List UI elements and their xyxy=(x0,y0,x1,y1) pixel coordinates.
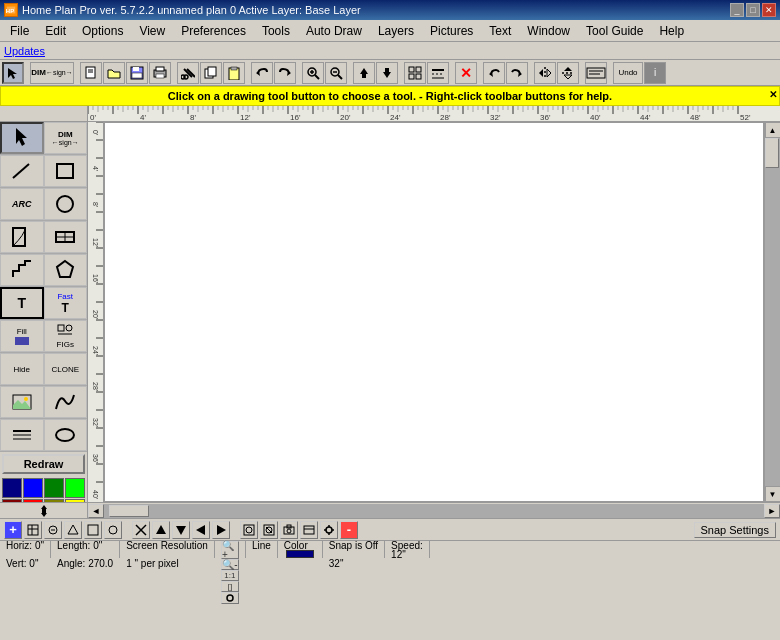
menu-help[interactable]: Help xyxy=(651,20,692,41)
line-pattern-tool[interactable] xyxy=(0,419,44,451)
nav-btn-6[interactable] xyxy=(132,521,150,539)
nav-btn-2[interactable] xyxy=(44,521,62,539)
undo-button[interactable] xyxy=(251,62,273,84)
zoom-normal-button[interactable]: 1:1 xyxy=(221,570,239,581)
move-up-button[interactable] xyxy=(353,62,375,84)
save-button[interactable] xyxy=(126,62,148,84)
close-button[interactable]: ✕ xyxy=(762,3,776,17)
scroll-down-button[interactable]: ▼ xyxy=(765,486,781,502)
menu-autodraw[interactable]: Auto Draw xyxy=(298,20,370,41)
clone-tool[interactable]: CLONE xyxy=(44,353,88,385)
scroll-left-button[interactable]: ◄ xyxy=(88,504,104,518)
polygon-tool[interactable] xyxy=(44,254,88,286)
color-cell[interactable] xyxy=(2,478,22,498)
spline-tool[interactable] xyxy=(44,386,88,418)
paste-button[interactable] xyxy=(223,62,245,84)
menu-text[interactable]: Text xyxy=(481,20,519,41)
scroll-right-button[interactable]: ► xyxy=(764,504,780,518)
remove-button[interactable]: - xyxy=(340,521,358,539)
color-section[interactable]: Color xyxy=(278,541,323,558)
h-scroll-track[interactable] xyxy=(104,504,764,518)
new-button[interactable] xyxy=(80,62,102,84)
nav-btn-10[interactable] xyxy=(212,521,230,539)
open-button[interactable] xyxy=(103,62,125,84)
preferences-status-button[interactable] xyxy=(221,592,239,604)
redo-button[interactable] xyxy=(274,62,296,84)
zoom-out-button[interactable] xyxy=(325,62,347,84)
menu-toolguide[interactable]: Tool Guide xyxy=(578,20,651,41)
menu-view[interactable]: View xyxy=(131,20,173,41)
grid-button[interactable] xyxy=(404,62,426,84)
maximize-button[interactable]: □ xyxy=(746,3,760,17)
line-style-button[interactable] xyxy=(427,62,449,84)
select-tool-button[interactable] xyxy=(2,62,24,84)
menu-file[interactable]: File xyxy=(2,20,37,41)
redraw-button[interactable]: Redraw xyxy=(2,454,85,474)
dimension-tool[interactable]: DIM ←sign→ xyxy=(44,122,87,154)
scroll-track[interactable] xyxy=(765,138,781,486)
rotate-left-button[interactable] xyxy=(483,62,505,84)
zoom-in-button[interactable] xyxy=(302,62,324,84)
copy-button[interactable] xyxy=(200,62,222,84)
color-cell[interactable] xyxy=(44,478,64,498)
info-close-button[interactable]: ✕ xyxy=(769,89,777,100)
text-tool[interactable]: T xyxy=(0,287,44,319)
ellipse-tool[interactable] xyxy=(44,419,88,451)
door-tool[interactable] xyxy=(0,221,44,253)
color-cell[interactable] xyxy=(23,478,43,498)
dim-button[interactable]: DIM ←sign→ xyxy=(30,62,74,84)
menu-preferences[interactable]: Preferences xyxy=(173,20,254,41)
nav-btn-5[interactable] xyxy=(104,521,122,539)
scroll-up-button[interactable]: ▲ xyxy=(765,122,781,138)
zoom-out-status-button[interactable]: 🔍- xyxy=(221,559,239,570)
fill-tool[interactable]: Fill xyxy=(0,320,44,352)
circle-tool[interactable] xyxy=(44,188,88,220)
menu-layers[interactable]: Layers xyxy=(370,20,422,41)
drawing-canvas[interactable] xyxy=(104,122,764,502)
vertical-scrollbar[interactable]: ▲ ▼ xyxy=(764,122,780,502)
settings-button[interactable] xyxy=(320,521,338,539)
arc-tool[interactable]: ARC xyxy=(0,188,44,220)
menu-options[interactable]: Options xyxy=(74,20,131,41)
nav-btn-8[interactable] xyxy=(172,521,190,539)
stair-tool[interactable] xyxy=(0,254,44,286)
image-tool[interactable] xyxy=(0,386,44,418)
color-indicator[interactable] xyxy=(286,550,314,558)
menu-pictures[interactable]: Pictures xyxy=(422,20,481,41)
h-scroll-thumb[interactable] xyxy=(109,505,149,517)
menu-window[interactable]: Window xyxy=(519,20,578,41)
move-down-button[interactable] xyxy=(376,62,398,84)
undo-text-button[interactable]: Undo xyxy=(613,62,643,84)
line-tool[interactable] xyxy=(0,155,44,187)
snap-settings-button[interactable]: Snap Settings xyxy=(694,522,777,538)
screenshot-button[interactable] xyxy=(300,521,318,539)
window-tool[interactable] xyxy=(44,221,88,253)
zoom-ext-button[interactable] xyxy=(260,521,278,539)
scroll-thumb[interactable] xyxy=(765,138,779,168)
flip-v-button[interactable] xyxy=(557,62,579,84)
nav-btn-7[interactable] xyxy=(152,521,170,539)
nav-btn-3[interactable] xyxy=(64,521,82,539)
add-button[interactable]: + xyxy=(4,521,22,539)
figures-tool[interactable]: FIGs xyxy=(44,320,88,352)
properties-button[interactable] xyxy=(585,62,607,84)
menu-tools[interactable]: Tools xyxy=(254,20,298,41)
updates-label[interactable]: Updates xyxy=(4,45,45,57)
cut-button[interactable] xyxy=(177,62,199,84)
rect-tool[interactable] xyxy=(44,155,88,187)
nav-btn-1[interactable] xyxy=(24,521,42,539)
zoom-fit-button[interactable] xyxy=(240,521,258,539)
camera-button[interactable] xyxy=(280,521,298,539)
menu-edit[interactable]: Edit xyxy=(37,20,74,41)
zoom-fit-status-button[interactable]: [] xyxy=(221,581,239,592)
delete-button[interactable]: ✕ xyxy=(455,62,477,84)
titlebar-controls[interactable]: _ □ ✕ xyxy=(730,3,776,17)
hide-tool[interactable]: Hide xyxy=(0,353,44,385)
flip-h-button[interactable] xyxy=(534,62,556,84)
nav-btn-9[interactable] xyxy=(192,521,210,539)
print-button[interactable] xyxy=(149,62,171,84)
zoom-in-status-button[interactable]: 🔍+ xyxy=(221,541,239,559)
nav-btn-4[interactable] xyxy=(84,521,102,539)
fast-text-tool[interactable]: Fast T xyxy=(44,287,87,319)
minimize-button[interactable]: _ xyxy=(730,3,744,17)
